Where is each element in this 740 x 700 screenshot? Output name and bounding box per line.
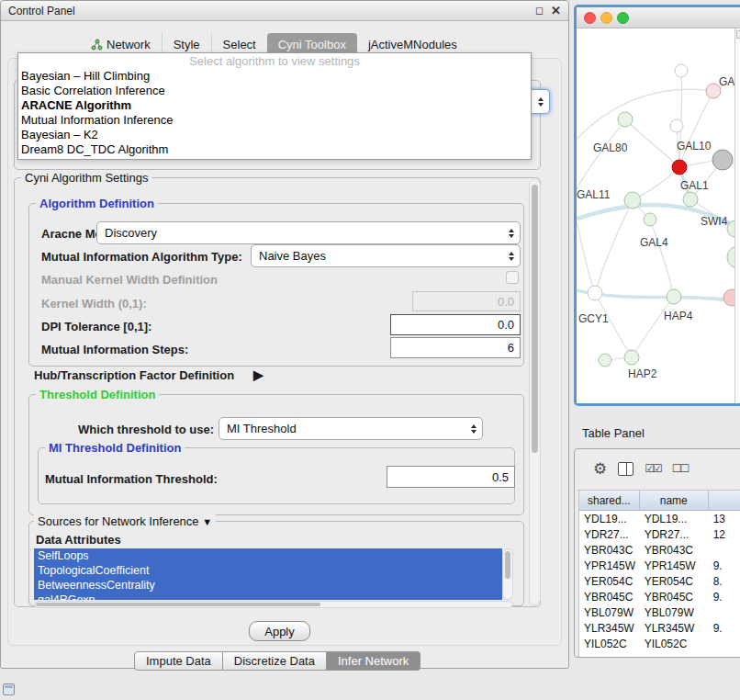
control-panel-titlebar[interactable]: Control Panel ◻ ✕	[1, 1, 568, 21]
sources-group-title[interactable]: Sources for Network Inference ▼	[34, 514, 216, 528]
data-attributes-list[interactable]: SelfLoops TopologicalCoefficient Between…	[34, 548, 502, 600]
select-all-checkboxes-icon[interactable]: ☑☑	[645, 462, 661, 475]
table-row[interactable]: YIL052C YIL052C	[579, 636, 740, 651]
node-label[interactable]: GAL80	[593, 141, 627, 154]
float-window-icon[interactable]: ◻	[535, 6, 544, 16]
table-panel: ⚙ ☑☑ ☐☐ shared... name YDL19... YDL19...…	[574, 448, 740, 658]
table-row[interactable]: YBR043C YBR043C	[579, 542, 740, 558]
table-cell: 8.	[709, 573, 740, 589]
combo-arrows-icon	[471, 424, 477, 434]
close-icon[interactable]: ✕	[551, 5, 561, 17]
mac-minimize-icon[interactable]	[600, 12, 612, 24]
list-horizontal-scrollbar[interactable]	[34, 601, 513, 608]
list-item[interactable]: SelfLoops	[34, 548, 502, 563]
mi-threshold-field[interactable]: 0.5	[387, 466, 515, 488]
dropdown-item-selected[interactable]: ARACNE Algorithm	[18, 98, 531, 113]
node-label[interactable]: GAL4	[640, 236, 668, 249]
mac-zoom-icon[interactable]	[617, 12, 629, 24]
table-cell: YBR045C	[579, 589, 640, 604]
network-node[interactable]	[588, 286, 602, 300]
dropdown-item[interactable]: Dream8 DC_TDC Algorithm	[18, 142, 531, 157]
dpi-tolerance-label: DPI Tolerance [0,1]:	[41, 320, 151, 333]
network-node[interactable]	[683, 192, 698, 207]
node-label[interactable]: GAL11	[577, 188, 610, 201]
column-header[interactable]	[709, 491, 740, 510]
network-node[interactable]	[624, 192, 641, 209]
table-cell: YPR145W	[640, 558, 709, 573]
dropdown-item[interactable]: Bayesian – Hill Climbing	[18, 69, 531, 84]
table-row[interactable]: YPR145W YPR145W 9.	[579, 558, 740, 573]
table-row[interactable]: YER054C YER054C 8.	[579, 573, 740, 589]
gear-icon[interactable]: ⚙	[593, 461, 607, 477]
table-row[interactable]: YBR045C YBR045C 9.	[579, 589, 740, 604]
network-node[interactable]	[667, 289, 681, 304]
scrollbar-thumb[interactable]	[36, 603, 320, 606]
network-node-highlighted[interactable]	[672, 160, 687, 175]
mi-type-combo[interactable]: Naive Bayes	[251, 244, 521, 267]
dpi-tolerance-field[interactable]: 0.0	[390, 314, 521, 335]
scrollbar-thumb[interactable]	[505, 551, 510, 579]
algorithm-dropdown-popup: Select algorithm to view settings Bayesi…	[17, 52, 532, 160]
node-label[interactable]: GCY1	[578, 312, 609, 325]
scrollbar-thumb[interactable]	[532, 185, 538, 453]
node-label[interactable]: HAP4	[664, 310, 692, 322]
table-row[interactable]: YDL19... YDL19... 13	[579, 511, 740, 526]
settings-vertical-scrollbar[interactable]	[529, 179, 541, 605]
list-item[interactable]: gal4RGexp	[34, 593, 502, 600]
table-cell: YBR043C	[579, 542, 640, 558]
hub-section-label[interactable]: Hub/Transcription Factor Definition	[34, 368, 234, 382]
column-header[interactable]: shared...	[579, 491, 640, 510]
columns-icon[interactable]	[618, 462, 633, 476]
dropdown-item[interactable]: Mutual Information Inference	[18, 113, 531, 128]
deselect-all-checkboxes-icon[interactable]: ☐☐	[672, 462, 689, 475]
which-threshold-combo[interactable]: MI Threshold	[219, 417, 483, 440]
dpi-tolerance-value: 0.0	[498, 318, 514, 332]
manual-kernel-checkbox[interactable]	[506, 271, 519, 284]
expand-right-icon[interactable]: ▶	[253, 367, 263, 382]
docked-panel-icon[interactable]	[3, 683, 15, 695]
list-item[interactable]: BetweennessCentrality	[34, 578, 502, 593]
aracne-mode-combo[interactable]: Discovery	[96, 221, 521, 244]
network-node[interactable]	[618, 112, 633, 127]
network-node[interactable]	[675, 64, 688, 77]
dropdown-item[interactable]: Bayesian – K2	[18, 128, 531, 142]
kernel-width-label: Kernel Width (0,1):	[41, 297, 147, 310]
mi-steps-field[interactable]: 6	[390, 337, 521, 358]
table-cell: 13	[709, 511, 740, 526]
network-canvas[interactable]: GAL2 GAL80 GAL10 GAL1 GAL11 SWI4 GAL4 GC…	[577, 28, 740, 403]
which-threshold-label: Which threshold to use:	[78, 423, 214, 436]
apply-button[interactable]: Apply	[249, 621, 310, 641]
tab-impute-data[interactable]: Impute Data	[134, 651, 223, 671]
network-window-titlebar[interactable]	[577, 7, 740, 28]
scrollbar-button[interactable]	[736, 30, 740, 39]
kernel-width-field[interactable]: 0.0	[412, 291, 521, 311]
table-row[interactable]: YLR345W YLR345W 9.	[579, 620, 740, 636]
list-item[interactable]: TopologicalCoefficient	[34, 563, 502, 578]
network-node[interactable]	[624, 350, 639, 365]
table-row[interactable]: YDR27... YDR27... 12	[579, 526, 740, 542]
mac-close-icon[interactable]	[584, 12, 596, 24]
mi-steps-label: Mutual Information Steps:	[41, 343, 188, 356]
node-label[interactable]: GAL10	[677, 140, 711, 152]
network-vertical-scrollbar[interactable]	[734, 28, 740, 403]
which-threshold-value: MI Threshold	[227, 422, 297, 435]
node-label[interactable]: HAP2	[628, 367, 656, 380]
threshold-definition-title: Threshold Definition	[36, 388, 159, 401]
dropdown-item[interactable]: Basic Correlation Inference	[18, 84, 531, 98]
network-node[interactable]	[644, 213, 656, 226]
table-cell: YDR27...	[579, 526, 640, 542]
node-label[interactable]: SWI4	[701, 215, 727, 228]
node-label[interactable]: GAL1	[680, 179, 709, 192]
table-row[interactable]: YBL079W YBL079W	[579, 604, 740, 620]
column-header[interactable]: name	[640, 491, 709, 510]
tab-discretize-data[interactable]: Discretize Data	[223, 651, 327, 671]
table-cell: YBR045C	[640, 589, 709, 604]
list-vertical-scrollbar[interactable]	[502, 548, 513, 600]
tab-label: Style	[174, 38, 200, 51]
network-node[interactable]	[712, 150, 733, 170]
bottom-tab-bar: Impute Data Discretize Data Infer Networ…	[134, 651, 420, 671]
network-node[interactable]	[599, 354, 611, 367]
tab-infer-network[interactable]: Infer Network	[327, 651, 420, 671]
network-view-window[interactable]: GAL2 GAL80 GAL10 GAL1 GAL11 SWI4 GAL4 GC…	[574, 5, 740, 406]
network-node[interactable]	[670, 119, 683, 132]
